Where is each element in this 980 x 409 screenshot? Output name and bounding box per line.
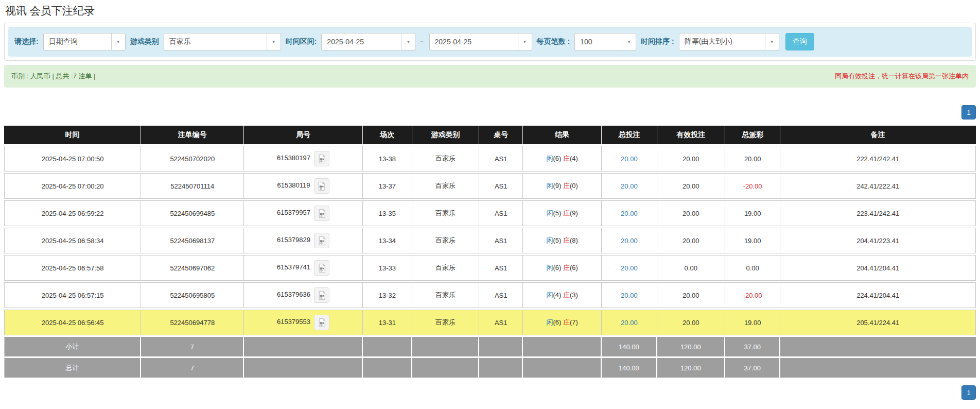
remark-cell: 204.41/223.41 bbox=[780, 228, 976, 253]
table-row: 2025-04-25 06:56:45522450694778615379553… bbox=[4, 310, 976, 335]
round-cell: 615379957 bbox=[244, 200, 362, 226]
col-valid-bet: 有效投注 bbox=[657, 126, 725, 144]
result-banker-score: (0) bbox=[570, 182, 578, 190]
table-body: 2025-04-25 07:00:50522450702020615380197… bbox=[4, 146, 976, 378]
table-no-cell: AS1 bbox=[479, 173, 523, 199]
total-bet-amount[interactable]: 20.00 bbox=[621, 155, 638, 163]
total-row: 总计7140.00120.0037.00 bbox=[4, 358, 976, 378]
valid-bet-cell: 20.00 bbox=[657, 173, 725, 199]
session-cell: 13-32 bbox=[363, 282, 412, 308]
summary-total-bet: 140.00 bbox=[602, 337, 657, 356]
valid-bet-cell: 20.00 bbox=[657, 146, 725, 172]
page-size-select[interactable]: 100 ▼ bbox=[574, 33, 636, 50]
result-cell: 闲(6) 庄(6) bbox=[523, 255, 602, 281]
page-1-button[interactable]: 1 bbox=[961, 105, 976, 120]
summary-payout: 37.00 bbox=[725, 337, 781, 356]
total-bet-amount[interactable]: 20.00 bbox=[621, 182, 638, 190]
table-row: 2025-04-25 07:00:50522450702020615380197… bbox=[4, 146, 976, 172]
bet-id-cell: 522450695805 bbox=[141, 282, 244, 308]
result-banker-label: 庄 bbox=[563, 236, 570, 244]
result-banker-score: (7) bbox=[570, 318, 578, 326]
result-banker-label: 庄 bbox=[563, 182, 570, 190]
valid-bet-cell: 20.00 bbox=[657, 200, 725, 226]
time-cell: 2025-04-25 06:57:58 bbox=[4, 255, 141, 281]
session-cell bbox=[363, 337, 412, 356]
round-number: 615379957 bbox=[277, 209, 310, 216]
total-bet-amount[interactable]: 20.00 bbox=[621, 237, 638, 245]
col-payout: 总派彩 bbox=[725, 126, 781, 144]
video-replay-button[interactable] bbox=[314, 287, 329, 303]
game-category-value: 百家乐 bbox=[164, 33, 267, 50]
payout-amount: 19.00 bbox=[744, 237, 761, 245]
payout-cell: 19.00 bbox=[725, 200, 781, 226]
video-replay-button[interactable] bbox=[314, 151, 329, 166]
video-replay-button[interactable] bbox=[314, 315, 329, 330]
round-cell: 615380119 bbox=[244, 173, 362, 199]
video-file-icon bbox=[317, 291, 327, 300]
summary-count: 7 bbox=[141, 337, 244, 356]
time-sort-value: 降幂(由大到小) bbox=[679, 33, 765, 50]
time-cell: 2025-04-25 07:00:20 bbox=[4, 173, 141, 199]
remark-cell bbox=[780, 358, 976, 378]
page-size-label: 每页笔数 : bbox=[537, 37, 570, 46]
chevron-down-icon: ▼ bbox=[765, 33, 779, 50]
session-cell: 13-31 bbox=[363, 310, 412, 335]
chevron-down-icon: ▼ bbox=[111, 33, 125, 50]
video-replay-button[interactable] bbox=[314, 206, 329, 221]
bet-id-cell: 522450702020 bbox=[141, 146, 244, 172]
game-category-select[interactable]: 百家乐 ▼ bbox=[164, 33, 281, 50]
table-no-cell: AS1 bbox=[479, 228, 523, 253]
round-cell: 615379553 bbox=[244, 310, 362, 335]
payout-cell: -20.00 bbox=[725, 282, 781, 308]
query-type-label: 请选择: bbox=[14, 37, 39, 46]
bet-id-cell: 522450694778 bbox=[141, 310, 244, 335]
total-bet-amount[interactable]: 20.00 bbox=[621, 264, 638, 272]
video-replay-button[interactable] bbox=[314, 178, 329, 194]
table-row: 2025-04-25 07:00:20522450701114615380119… bbox=[4, 173, 976, 199]
valid-bet-notice-text: 同局有效投注，统一计算在该局第一张注单内 bbox=[835, 72, 969, 81]
payout-amount: 19.00 bbox=[744, 210, 761, 217]
result-cell: 闲(5) 庄(9) bbox=[523, 200, 602, 226]
payout-cell: 19.00 bbox=[725, 310, 781, 335]
game-cell bbox=[412, 358, 479, 378]
query-type-select[interactable]: 日期查询 ▼ bbox=[43, 33, 126, 50]
video-replay-button[interactable] bbox=[314, 233, 329, 248]
result-banker-label: 庄 bbox=[563, 264, 570, 271]
table-no-cell bbox=[479, 358, 523, 378]
time-sort-select[interactable]: 降幂(由大到小) ▼ bbox=[679, 33, 779, 50]
bet-records-table: 时间注单编号局号场次游戏类别桌号结果总投注有效投注总派彩备注 2025-04-2… bbox=[4, 124, 976, 379]
chevron-down-icon: ▼ bbox=[267, 33, 281, 50]
total-bet-amount[interactable]: 20.00 bbox=[621, 292, 638, 299]
result-player-score: (4) bbox=[553, 291, 561, 299]
video-file-icon bbox=[317, 209, 327, 218]
page-size-value: 100 bbox=[575, 33, 622, 50]
chevron-down-icon: ▼ bbox=[401, 33, 415, 50]
result-cell: 闲(6) 庄(7) bbox=[523, 310, 602, 335]
video-replay-button[interactable] bbox=[314, 260, 329, 276]
round-cell: 615379636 bbox=[244, 282, 362, 308]
time-sort-label: 时间排序 : bbox=[641, 37, 674, 46]
col-total-bet: 总投注 bbox=[602, 126, 657, 144]
bet-id-cell: 522450698137 bbox=[141, 228, 244, 253]
table-row: 2025-04-25 06:59:22522450699485615379957… bbox=[4, 200, 976, 226]
search-button[interactable]: 查询 bbox=[785, 33, 814, 50]
total-bet-amount[interactable]: 20.00 bbox=[621, 210, 638, 217]
date-from-select[interactable]: 2025-04-25 ▼ bbox=[321, 33, 415, 50]
col-round: 局号 bbox=[244, 126, 362, 144]
payout-amount: 19.00 bbox=[744, 319, 761, 327]
summary-payout: 37.00 bbox=[725, 358, 781, 378]
total-bet-amount[interactable]: 20.00 bbox=[621, 319, 638, 327]
result-banker-score: (9) bbox=[570, 209, 578, 217]
page-1-button[interactable]: 1 bbox=[961, 385, 976, 400]
round-cell bbox=[244, 337, 362, 356]
result-player-score: (5) bbox=[553, 209, 561, 217]
time-cell: 2025-04-25 07:00:50 bbox=[4, 146, 141, 172]
payout-cell: 0.00 bbox=[725, 255, 781, 281]
valid-bet-cell: 20.00 bbox=[657, 282, 725, 308]
date-to-select[interactable]: 2025-04-25 ▼ bbox=[429, 33, 532, 50]
result-player-label: 闲 bbox=[546, 182, 553, 190]
round-number: 615380119 bbox=[277, 181, 310, 189]
result-banker-label: 庄 bbox=[563, 291, 570, 299]
pagination-top: 1 bbox=[4, 105, 976, 120]
remark-cell bbox=[780, 337, 976, 356]
